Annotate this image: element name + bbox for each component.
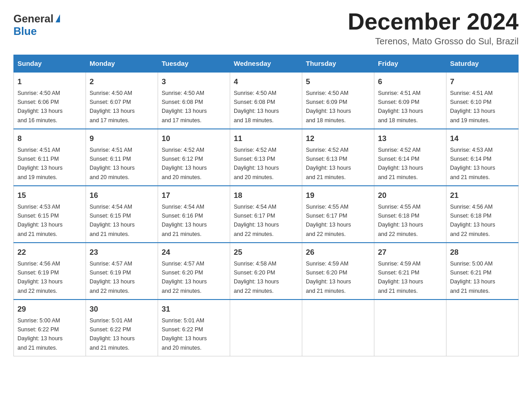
day-number: 21 <box>450 190 515 201</box>
calendar-cell <box>302 300 374 356</box>
calendar-cell: 29 Sunrise: 5:00 AMSunset: 6:22 PMDaylig… <box>14 300 86 356</box>
day-info: Sunrise: 4:50 AMSunset: 6:09 PMDaylight:… <box>306 90 351 124</box>
day-info: Sunrise: 4:56 AMSunset: 6:18 PMDaylight:… <box>450 204 495 237</box>
day-number: 20 <box>378 190 442 201</box>
col-header-sunday: Sunday <box>14 55 86 73</box>
col-header-saturday: Saturday <box>446 55 519 73</box>
day-info: Sunrise: 4:58 AMSunset: 6:20 PMDaylight:… <box>234 261 279 294</box>
calendar-cell: 26 Sunrise: 4:59 AMSunset: 6:20 PMDaylig… <box>302 243 374 300</box>
day-number: 16 <box>90 190 154 201</box>
calendar-cell: 15 Sunrise: 4:53 AMSunset: 6:15 PMDaylig… <box>14 186 86 243</box>
calendar-cell: 17 Sunrise: 4:54 AMSunset: 6:16 PMDaylig… <box>158 186 230 243</box>
calendar-cell: 25 Sunrise: 4:58 AMSunset: 6:20 PMDaylig… <box>230 243 302 300</box>
calendar-cell: 21 Sunrise: 4:56 AMSunset: 6:18 PMDaylig… <box>446 186 519 243</box>
calendar-cell: 8 Sunrise: 4:51 AMSunset: 6:11 PMDayligh… <box>14 129 86 186</box>
calendar-week-row: 15 Sunrise: 4:53 AMSunset: 6:15 PMDaylig… <box>14 186 519 243</box>
calendar-cell: 18 Sunrise: 4:54 AMSunset: 6:17 PMDaylig… <box>230 186 302 243</box>
day-number: 2 <box>90 76 154 88</box>
calendar-cell: 13 Sunrise: 4:52 AMSunset: 6:14 PMDaylig… <box>374 129 446 186</box>
calendar-cell: 30 Sunrise: 5:01 AMSunset: 6:22 PMDaylig… <box>86 300 158 356</box>
day-number: 1 <box>17 76 82 88</box>
calendar-cell <box>446 300 519 356</box>
calendar-cell: 22 Sunrise: 4:56 AMSunset: 6:19 PMDaylig… <box>14 243 86 300</box>
page-header: General Blue December 2024 Terenos, Mato… <box>13 9 519 47</box>
calendar-table: SundayMondayTuesdayWednesdayThursdayFrid… <box>13 55 519 356</box>
day-info: Sunrise: 4:57 AMSunset: 6:20 PMDaylight:… <box>162 261 207 294</box>
day-number: 18 <box>234 190 298 201</box>
day-number: 11 <box>234 133 298 145</box>
day-info: Sunrise: 4:57 AMSunset: 6:19 PMDaylight:… <box>90 261 135 294</box>
day-info: Sunrise: 4:54 AMSunset: 6:15 PMDaylight:… <box>90 204 135 237</box>
calendar-cell: 20 Sunrise: 4:55 AMSunset: 6:18 PMDaylig… <box>374 186 446 243</box>
day-info: Sunrise: 4:52 AMSunset: 6:12 PMDaylight:… <box>162 147 207 180</box>
day-number: 30 <box>90 304 154 315</box>
calendar-cell: 5 Sunrise: 4:50 AMSunset: 6:09 PMDayligh… <box>302 72 374 129</box>
day-info: Sunrise: 4:50 AMSunset: 6:08 PMDaylight:… <box>234 90 279 124</box>
day-number: 13 <box>378 133 442 145</box>
day-info: Sunrise: 4:51 AMSunset: 6:11 PMDaylight:… <box>17 147 63 180</box>
day-info: Sunrise: 4:55 AMSunset: 6:18 PMDaylight:… <box>378 204 423 237</box>
calendar-cell: 31 Sunrise: 5:01 AMSunset: 6:22 PMDaylig… <box>158 300 230 356</box>
day-info: Sunrise: 4:54 AMSunset: 6:17 PMDaylight:… <box>234 204 279 237</box>
day-info: Sunrise: 4:52 AMSunset: 6:14 PMDaylight:… <box>378 147 423 180</box>
day-info: Sunrise: 5:00 AMSunset: 6:21 PMDaylight:… <box>450 261 495 294</box>
day-number: 24 <box>162 247 226 258</box>
calendar-cell: 6 Sunrise: 4:51 AMSunset: 6:09 PMDayligh… <box>374 72 446 129</box>
logo-triangle-icon <box>56 14 60 22</box>
month-title: December 2024 <box>348 9 519 34</box>
col-header-wednesday: Wednesday <box>230 55 302 73</box>
day-number: 6 <box>378 76 442 88</box>
day-number: 17 <box>162 190 226 201</box>
day-info: Sunrise: 4:52 AMSunset: 6:13 PMDaylight:… <box>234 147 279 180</box>
logo-general-text: General <box>13 13 53 25</box>
calendar-cell: 2 Sunrise: 4:50 AMSunset: 6:07 PMDayligh… <box>86 72 158 129</box>
day-number: 29 <box>17 304 82 315</box>
day-info: Sunrise: 4:55 AMSunset: 6:17 PMDaylight:… <box>306 204 351 237</box>
calendar-cell: 3 Sunrise: 4:50 AMSunset: 6:08 PMDayligh… <box>158 72 230 129</box>
calendar-cell: 14 Sunrise: 4:53 AMSunset: 6:14 PMDaylig… <box>446 129 519 186</box>
day-info: Sunrise: 5:01 AMSunset: 6:22 PMDaylight:… <box>162 317 207 351</box>
calendar-cell <box>230 300 302 356</box>
day-info: Sunrise: 5:00 AMSunset: 6:22 PMDaylight:… <box>17 317 63 351</box>
day-number: 3 <box>162 76 226 88</box>
day-info: Sunrise: 4:50 AMSunset: 6:07 PMDaylight:… <box>90 90 135 124</box>
calendar-cell: 19 Sunrise: 4:55 AMSunset: 6:17 PMDaylig… <box>302 186 374 243</box>
day-number: 7 <box>450 76 515 88</box>
calendar-cell: 12 Sunrise: 4:52 AMSunset: 6:13 PMDaylig… <box>302 129 374 186</box>
day-info: Sunrise: 4:51 AMSunset: 6:09 PMDaylight:… <box>378 90 423 124</box>
day-info: Sunrise: 4:50 AMSunset: 6:08 PMDaylight:… <box>162 90 207 124</box>
day-number: 22 <box>17 247 82 258</box>
calendar-week-row: 1 Sunrise: 4:50 AMSunset: 6:06 PMDayligh… <box>14 72 519 129</box>
day-info: Sunrise: 4:50 AMSunset: 6:06 PMDaylight:… <box>17 90 63 124</box>
calendar-cell: 11 Sunrise: 4:52 AMSunset: 6:13 PMDaylig… <box>230 129 302 186</box>
calendar-week-row: 8 Sunrise: 4:51 AMSunset: 6:11 PMDayligh… <box>14 129 519 186</box>
day-info: Sunrise: 4:54 AMSunset: 6:16 PMDaylight:… <box>162 204 207 237</box>
day-info: Sunrise: 4:51 AMSunset: 6:11 PMDaylight:… <box>90 147 135 180</box>
logo: General Blue <box>13 9 60 38</box>
calendar-cell: 27 Sunrise: 4:59 AMSunset: 6:21 PMDaylig… <box>374 243 446 300</box>
location-subtitle: Terenos, Mato Grosso do Sul, Brazil <box>348 36 519 47</box>
calendar-cell: 9 Sunrise: 4:51 AMSunset: 6:11 PMDayligh… <box>86 129 158 186</box>
day-number: 9 <box>90 133 154 145</box>
day-info: Sunrise: 4:59 AMSunset: 6:21 PMDaylight:… <box>378 261 423 294</box>
day-number: 4 <box>234 76 298 88</box>
day-info: Sunrise: 4:53 AMSunset: 6:14 PMDaylight:… <box>450 147 495 180</box>
col-header-thursday: Thursday <box>302 55 374 73</box>
calendar-cell: 28 Sunrise: 5:00 AMSunset: 6:21 PMDaylig… <box>446 243 519 300</box>
day-number: 27 <box>378 247 442 258</box>
calendar-cell: 24 Sunrise: 4:57 AMSunset: 6:20 PMDaylig… <box>158 243 230 300</box>
day-number: 12 <box>306 133 370 145</box>
calendar-cell: 7 Sunrise: 4:51 AMSunset: 6:10 PMDayligh… <box>446 72 519 129</box>
day-number: 26 <box>306 247 370 258</box>
day-info: Sunrise: 4:56 AMSunset: 6:19 PMDaylight:… <box>17 261 63 294</box>
calendar-cell: 1 Sunrise: 4:50 AMSunset: 6:06 PMDayligh… <box>14 72 86 129</box>
col-header-tuesday: Tuesday <box>158 55 230 73</box>
day-info: Sunrise: 4:52 AMSunset: 6:13 PMDaylight:… <box>306 147 351 180</box>
day-number: 10 <box>162 133 226 145</box>
calendar-week-row: 29 Sunrise: 5:00 AMSunset: 6:22 PMDaylig… <box>14 300 519 356</box>
day-number: 25 <box>234 247 298 258</box>
calendar-cell <box>374 300 446 356</box>
day-number: 23 <box>90 247 154 258</box>
calendar-cell: 16 Sunrise: 4:54 AMSunset: 6:15 PMDaylig… <box>86 186 158 243</box>
day-number: 14 <box>450 133 515 145</box>
